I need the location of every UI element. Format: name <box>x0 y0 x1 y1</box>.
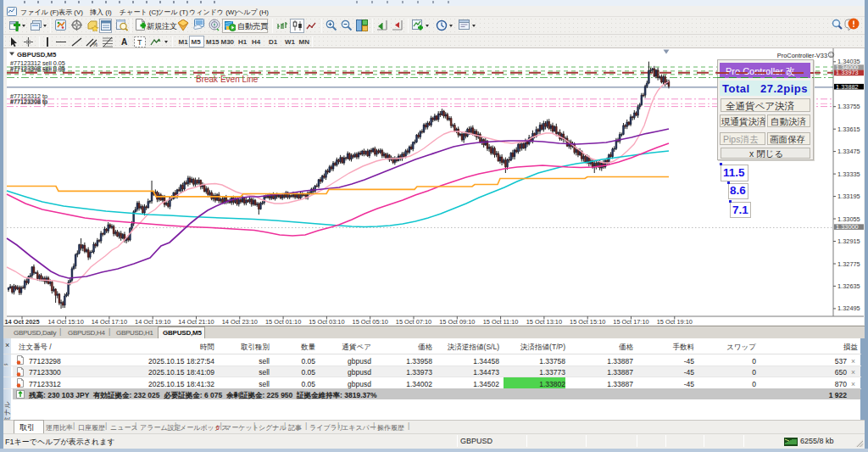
svg-text:1.32495: 1.32495 <box>837 304 860 312</box>
svg-text:15 Oct 13:10: 15 Oct 13:10 <box>526 318 562 326</box>
svg-text:1.33973: 1.33973 <box>836 69 859 76</box>
svg-text:1.33000: 1.33000 <box>836 223 859 231</box>
svg-text:15 Oct 05:10: 15 Oct 05:10 <box>353 318 388 326</box>
svg-text:15 Oct 15:10: 15 Oct 15:10 <box>570 318 605 326</box>
svg-text:14 Oct 23:10: 14 Oct 23:10 <box>222 318 258 326</box>
svg-text:#77123298 sell 0.05: #77123298 sell 0.05 <box>10 66 65 74</box>
svg-text:1.32775: 1.32775 <box>837 260 860 268</box>
svg-text:1.32915: 1.32915 <box>837 237 860 245</box>
svg-text:ProController-V33: ProController-V33 <box>777 52 827 59</box>
svg-text:15 Oct 17:10: 15 Oct 17:10 <box>613 318 648 326</box>
svg-text:1.33335: 1.33335 <box>837 170 860 178</box>
svg-text:Break Even Line: Break Even Line <box>196 75 259 84</box>
svg-text:14 Oct 21:10: 14 Oct 21:10 <box>178 318 214 326</box>
svg-text:14 Oct 2025: 14 Oct 2025 <box>4 318 39 326</box>
svg-text:15 Oct 01:10: 15 Oct 01:10 <box>265 318 301 326</box>
svg-text:1.33882: 1.33882 <box>836 83 859 91</box>
svg-text:1.32635: 1.32635 <box>837 282 860 290</box>
svg-text:1.33615: 1.33615 <box>837 126 860 133</box>
svg-text:1.33475: 1.33475 <box>837 148 860 155</box>
svg-text:15 Oct 09:10: 15 Oct 09:10 <box>439 318 475 326</box>
svg-text:1.33055: 1.33055 <box>837 215 860 223</box>
svg-text:14 Oct 19:10: 14 Oct 19:10 <box>135 318 170 326</box>
svg-text:1.33195: 1.33195 <box>837 193 860 200</box>
svg-text:14 Oct 15:10: 14 Oct 15:10 <box>47 318 83 326</box>
svg-text:#77123298 tp: #77123298 tp <box>10 98 47 106</box>
svg-text:GBPUSD,M5: GBPUSD,M5 <box>17 51 57 59</box>
svg-text:1.33755: 1.33755 <box>837 103 860 110</box>
svg-text:14 Oct 17:10: 14 Oct 17:10 <box>92 318 127 326</box>
svg-text:15 Oct 03:10: 15 Oct 03:10 <box>309 318 344 326</box>
svg-text:15 Oct 07:10: 15 Oct 07:10 <box>396 318 431 326</box>
svg-text:15 Oct 11:10: 15 Oct 11:10 <box>483 318 519 326</box>
svg-text:15 Oct 19:10: 15 Oct 19:10 <box>657 318 693 326</box>
